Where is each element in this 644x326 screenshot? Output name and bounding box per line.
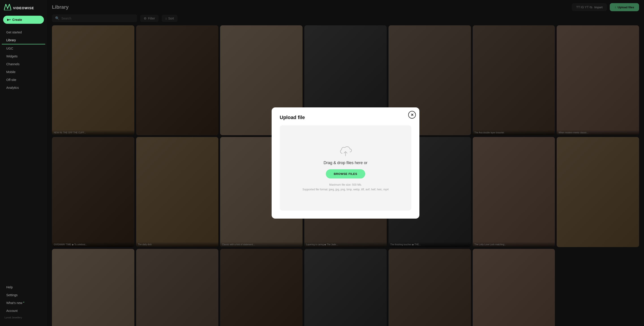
sidebar-item-widgets[interactable]: Widgets [2, 53, 45, 60]
create-label: Create [12, 18, 22, 22]
sidebar-item-settings[interactable]: Settings [2, 291, 45, 299]
drop-zone[interactable]: Drag & drop files here or BROWSE FILES M… [280, 125, 411, 211]
cloud-upload-icon [338, 144, 353, 156]
brand-name: Lynott Jewellery [0, 315, 47, 320]
sidebar-item-mobile[interactable]: Mobile [2, 68, 45, 76]
create-button[interactable]: ▶+ Create [3, 16, 44, 24]
main-content: Library TT IG YT 🛍 Import ↑ Upload files… [47, 0, 644, 326]
sidebar-item-library[interactable]: Library [2, 36, 45, 44]
drop-text: Drag & drop files here or [324, 160, 368, 165]
browse-files-button[interactable]: BROWSE FILES [326, 169, 366, 179]
sidebar-item-ugc[interactable]: UGC [2, 45, 45, 52]
max-size-text: Maximum file size: 500 Mb. [302, 183, 389, 187]
sidebar-item-get-started[interactable]: Get started [2, 29, 45, 36]
logo-text: VIDEOWISE [13, 6, 34, 10]
upload-modal: ✕ Upload file Drag & drop files here or … [272, 107, 420, 219]
modal-backdrop[interactable]: ✕ Upload file Drag & drop files here or … [47, 0, 644, 326]
sidebar-item-analytics[interactable]: Analytics [2, 84, 45, 91]
sidebar-item-off-site[interactable]: Off-site [2, 76, 45, 84]
main-nav: Get started Library UGC Widgets Channels… [0, 28, 47, 92]
logo-area: VIDEOWISE [0, 4, 47, 16]
sidebar-item-channels[interactable]: Channels [2, 60, 45, 68]
close-modal-button[interactable]: ✕ [408, 111, 416, 119]
sidebar-item-help[interactable]: Help [2, 283, 45, 291]
file-info: Maximum file size: 500 Mb. Supported fil… [302, 183, 389, 192]
modal-title: Upload file [280, 115, 411, 120]
logo-icon [4, 4, 11, 12]
sidebar-item-whats-new[interactable]: What's new ● [2, 299, 45, 307]
sidebar-item-account[interactable]: Account [2, 307, 45, 314]
sidebar: VIDEOWISE ▶+ Create Get started Library … [0, 0, 47, 326]
play-icon: ▶+ [7, 18, 11, 21]
svg-marker-0 [4, 4, 11, 10]
formats-text: Supported file format: jpeg, jpg, png, b… [302, 187, 389, 192]
sidebar-bottom: Help Settings What's new ● Account Lynot… [0, 283, 47, 322]
